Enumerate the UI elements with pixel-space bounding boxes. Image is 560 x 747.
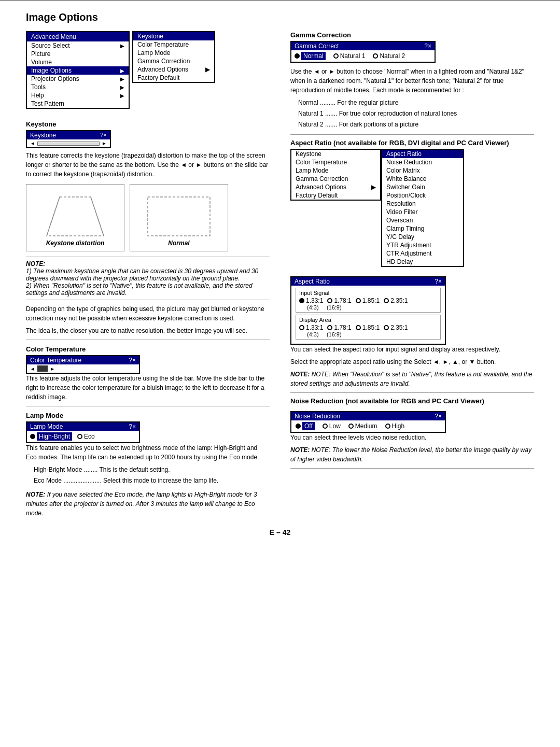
input-1.85-option[interactable]: 1.85:1: [356, 297, 380, 304]
aspect-menu-gamma[interactable]: Gamma Correction: [291, 175, 380, 183]
noise-dialog-title: Noise Reduction: [295, 413, 340, 420]
gamma-natural1-radio[interactable]: [333, 53, 339, 59]
lamp-eco-option[interactable]: Eco: [77, 433, 95, 440]
note-text1: 1) The maximum keystone angle that can b…: [26, 267, 270, 282]
menu-item-help[interactable]: Help▶: [27, 91, 129, 100]
gamma-normal-label: Normal: [301, 52, 326, 60]
keystone-description: This feature corrects the keystone (trap…: [26, 151, 270, 179]
noise-low-option[interactable]: Low: [323, 422, 341, 430]
adv-hd-delay[interactable]: HD Delay: [382, 258, 463, 266]
adv-position-clock[interactable]: Position/Clock: [382, 191, 463, 200]
normal-svg: [140, 192, 218, 244]
lamp-high-bright-radio[interactable]: [30, 434, 35, 439]
aspect-main-menu: Keystone Color Temperature Lamp Mode Gam…: [290, 149, 381, 201]
menu-item-tools[interactable]: Tools▶: [27, 83, 129, 91]
color-temp-dialog-body: ◄ ►: [27, 364, 139, 373]
adv-resolution[interactable]: Resolution: [382, 200, 463, 208]
gamma-dialog-icons[interactable]: ?×: [424, 43, 431, 50]
keystone-dialog-icons[interactable]: ?×: [100, 132, 107, 139]
submenu-advanced[interactable]: Advanced Options▶: [133, 65, 214, 74]
noise-low-radio[interactable]: [323, 424, 328, 429]
menu-item-test-pattern[interactable]: Test Pattern: [27, 100, 129, 108]
display-2.35-option[interactable]: 2.35:1: [384, 324, 408, 331]
display-1.85-radio[interactable]: [356, 325, 361, 330]
noise-off-radio[interactable]: [296, 424, 301, 429]
display-1.33-option[interactable]: 1.33:1: [299, 324, 323, 331]
adv-overscan[interactable]: Overscan: [382, 216, 463, 224]
aspect-menu-factory[interactable]: Factory Default: [291, 191, 380, 200]
noise-high-radio[interactable]: [385, 424, 390, 429]
color-temp-dialog-title: Color Temperature: [30, 357, 81, 364]
submenu-lamp-mode[interactable]: Lamp Mode: [133, 49, 214, 57]
display-1.33-radio[interactable]: [299, 325, 304, 330]
display-1.85-option[interactable]: 1.85:1: [356, 324, 380, 331]
lamp-eco-radio[interactable]: [77, 434, 82, 439]
display-1.33-label: 1.33:1: [306, 324, 323, 331]
lamp-high-bright-option[interactable]: High-Bright: [30, 432, 72, 441]
noise-high-option[interactable]: High: [385, 422, 405, 430]
menu-item-picture[interactable]: Picture: [27, 50, 129, 58]
adv-switcher-gain[interactable]: Switcher Gain: [382, 183, 463, 191]
color-temp-left-arrow[interactable]: ◄: [30, 366, 35, 372]
input-2.35-radio[interactable]: [384, 298, 389, 303]
input-1.85-radio[interactable]: [356, 298, 361, 303]
submenu-keystone[interactable]: Keystone: [133, 32, 214, 40]
advanced-options-submenu: Aspect Ratio Noise Reduction Color Matri…: [381, 149, 464, 267]
color-temp-dialog-header: Color Temperature ?×: [27, 356, 139, 364]
display-1.78-radio[interactable]: [327, 325, 332, 330]
adv-yc-delay[interactable]: Y/C Delay: [382, 233, 463, 241]
keystone-distortion-label: Keystone distortion: [46, 239, 105, 247]
lamp-mode-dialog-icons[interactable]: ?×: [129, 423, 136, 430]
menu-item-source-select[interactable]: Source Select▶: [27, 41, 129, 50]
gamma-natural2-radio[interactable]: [373, 53, 378, 59]
aspect-menu-keystone[interactable]: Keystone: [291, 150, 380, 158]
menu-item-image-options[interactable]: Image Options▶: [27, 66, 129, 75]
note-title: NOTE:: [26, 260, 45, 267]
aspect-menu-advanced[interactable]: Advanced Options▶: [291, 183, 380, 191]
noise-off-option[interactable]: Off: [296, 422, 315, 430]
color-temp-dialog-icons[interactable]: ?×: [129, 357, 136, 364]
keystone-dialog-title: Keystone: [30, 132, 56, 139]
keystone-left-arrow[interactable]: ◄: [30, 140, 35, 146]
input-1.33-radio[interactable]: [299, 298, 304, 303]
menu-item-volume[interactable]: Volume: [27, 58, 129, 66]
right-column: Gamma Correction Gamma Correct ?× Normal…: [290, 31, 534, 518]
submenu-gamma[interactable]: Gamma Correction: [133, 57, 214, 65]
aspect-dialog-icons[interactable]: ?×: [435, 278, 442, 285]
submenu-factory[interactable]: Factory Default: [133, 74, 214, 82]
gamma-normal-radio[interactable]: [295, 53, 300, 59]
display-1.78-option[interactable]: 1.78:1: [327, 324, 351, 331]
display-1.78-label: 1.78:1: [334, 324, 351, 331]
keystone-right-arrow[interactable]: ►: [102, 140, 107, 146]
noise-low-label: Low: [329, 422, 341, 430]
input-1.78-radio[interactable]: [327, 298, 332, 303]
gamma-natural1-option[interactable]: Natural 1: [333, 52, 366, 60]
left-column: Advanced Menu Source Select▶ Picture Vol…: [26, 31, 270, 518]
adv-clamp-timing[interactable]: Clamp Timing: [382, 224, 463, 233]
input-2.35-option[interactable]: 2.35:1: [384, 297, 408, 304]
adv-aspect-ratio[interactable]: Aspect Ratio: [382, 150, 463, 158]
aspect-menu-lamp[interactable]: Lamp Mode: [291, 166, 380, 175]
input-1.78-option[interactable]: 1.78:1: [327, 297, 351, 304]
color-temp-right-arrow[interactable]: ►: [50, 366, 55, 372]
aspect-menu-color-temp[interactable]: Color Temperature: [291, 158, 380, 166]
submenu-color-temp[interactable]: Color Temperature: [133, 40, 214, 49]
noise-medium-option[interactable]: Medium: [348, 422, 377, 430]
display-2.35-radio[interactable]: [384, 325, 389, 330]
gamma-normal-option[interactable]: Normal: [295, 52, 326, 60]
adv-noise-reduction[interactable]: Noise Reduction: [382, 158, 463, 166]
adv-ctr-adjustment[interactable]: CTR Adjustment: [382, 249, 463, 258]
adv-color-matrix[interactable]: Color Matrix: [382, 166, 463, 175]
noise-medium-radio[interactable]: [348, 424, 354, 429]
menu-item-projector-options[interactable]: Projector Options▶: [27, 75, 129, 83]
keystone-slider[interactable]: [37, 142, 100, 146]
adv-white-balance[interactable]: White Balance: [382, 175, 463, 183]
keystone-label: Keystone: [26, 120, 270, 128]
adv-video-filter[interactable]: Video Filter: [382, 208, 463, 216]
input-1.33-option[interactable]: 1.33:1: [299, 297, 323, 304]
adv-ytr-adjustment[interactable]: YTR Adjustment: [382, 241, 463, 249]
gamma-natural2-option[interactable]: Natural 2: [373, 52, 405, 60]
noise-dialog-icons[interactable]: ?×: [435, 413, 442, 420]
keystone-body1: Depending on the type of graphics being …: [26, 304, 270, 323]
keystone-dialog-body: ◄ ►: [27, 139, 110, 147]
